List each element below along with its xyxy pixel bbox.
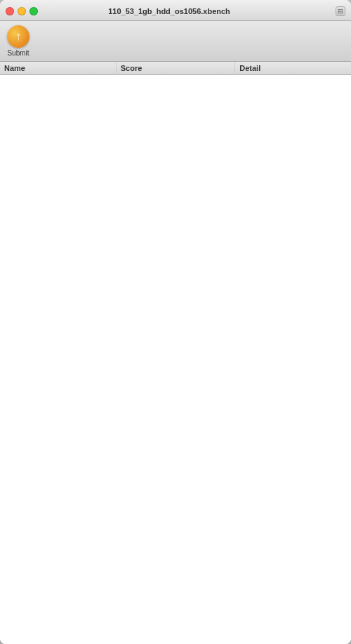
toolbar: ↑ Submit	[0, 21, 351, 62]
submit-icon: ↑	[7, 25, 29, 48]
col-header-score: Score	[116, 62, 235, 75]
zoom-button[interactable]: ⊟	[336, 6, 345, 16]
col-header-name: Name	[0, 62, 116, 75]
title-bar: 110_53_1gb_hdd_os1056.xbench ⊟	[0, 0, 351, 21]
col-header-detail: Detail	[235, 62, 351, 75]
window-title: 110_53_1gb_hdd_os1056.xbench	[7, 7, 331, 15]
main-window: 110_53_1gb_hdd_os1056.xbench ⊟ ↑ Submit …	[0, 0, 351, 644]
results-table-container: Name Score Detail	[0, 62, 351, 644]
results-table: Name Score Detail	[0, 62, 351, 75]
submit-button[interactable]: ↑ Submit	[7, 25, 29, 57]
table-header-row: Name Score Detail	[0, 62, 351, 75]
submit-label: Submit	[7, 49, 29, 57]
